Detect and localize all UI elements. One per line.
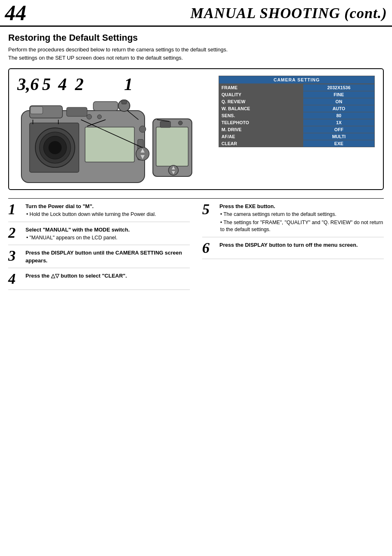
steps-left-column: 1Turn the Power dial to "M".Hold the Loc…: [8, 199, 190, 290]
settings-row-value: OFF: [303, 126, 375, 133]
settings-row-label: AF/AE: [219, 133, 303, 140]
step-title: Press the △▽ button to select "CLEAR".: [25, 272, 190, 280]
settings-row: QUALITYFINE: [219, 91, 375, 98]
diag-label-1: 1: [124, 76, 133, 93]
step-item: 4Press the △▽ button to select "CLEAR".: [8, 268, 190, 290]
settings-row-value: ON: [303, 98, 375, 105]
step-number: 2: [8, 225, 21, 240]
svg-rect-27: [160, 121, 171, 127]
settings-title: CAMERA SETTING: [219, 76, 375, 84]
section-title: Restoring the Default Settings: [8, 32, 384, 43]
step-content: Press the DISPLAY button to turn off the…: [219, 241, 384, 249]
step-number: 6: [202, 241, 215, 255]
camera-diagram-area: 3,6 5 4 2 1: [17, 76, 206, 183]
settings-row: W. BALANCEAUTO: [219, 105, 375, 112]
step-item: 6Press the DISPLAY button to turn off th…: [202, 237, 384, 259]
step-content: Turn the Power dial to "M".Hold the Lock…: [25, 202, 190, 218]
svg-rect-4: [85, 127, 134, 162]
diag-label-36: 3,6: [17, 76, 39, 93]
settings-row: CLEAREXE: [219, 140, 375, 147]
step-title: Press the EXE button.: [219, 203, 384, 210]
step-title: Press the DISPLAY button to turn off the…: [219, 241, 384, 249]
svg-rect-16: [30, 107, 43, 114]
step-content: Press the △▽ button to select "CLEAR".: [25, 271, 190, 280]
page-title: MANUAL SHOOTING (cont.): [190, 5, 387, 22]
svg-point-5: [139, 126, 146, 132]
settings-header-row: CAMERA SETTING: [219, 76, 375, 84]
settings-row-label: W. BALANCE: [219, 105, 303, 112]
intro-line-2: The settings on the SET UP screen does n…: [8, 54, 384, 62]
step-content: Press the EXE button.The camera settings…: [219, 202, 384, 234]
settings-rows: FRAME2032X1536QUALITYFINEQ. REVIEWONW. B…: [219, 84, 375, 147]
settings-row-value: 2032X1536: [303, 84, 375, 91]
step-number: 1: [8, 202, 21, 217]
svg-rect-19: [93, 102, 118, 111]
settings-row-value: AUTO: [303, 105, 375, 112]
intro-line-1: Perform the procedures described below t…: [8, 46, 384, 54]
steps-container: 1Turn the Power dial to "M".Hold the Loc…: [8, 198, 384, 290]
svg-rect-26: [156, 127, 188, 166]
step-content: Press the DISPLAY button until the CAMER…: [25, 248, 190, 264]
step-bullet: The settings for "FRAME", "QUALITY" and …: [219, 219, 384, 234]
step-title: Turn the Power dial to "M".: [25, 203, 190, 210]
step-title: Select "MANUAL" with the MODE switch.: [25, 226, 190, 234]
diag-label-2: 2: [75, 76, 84, 93]
step-title: Press the DISPLAY button until the CAMER…: [25, 249, 190, 264]
settings-row: TELEPHOTO1X: [219, 119, 375, 126]
diag-label-4: 4: [58, 76, 67, 93]
settings-row-label: CLEAR: [219, 140, 303, 147]
step-item: 5Press the EXE button.The camera setting…: [202, 199, 384, 237]
settings-table: CAMERA SETTING: [219, 76, 375, 84]
page-number: 44: [5, 2, 26, 24]
settings-row-value: 80: [303, 112, 375, 119]
settings-row: Q. REVIEWON: [219, 98, 375, 105]
svg-rect-11: [122, 100, 127, 104]
settings-row-label: Q. REVIEW: [219, 98, 303, 105]
settings-row-label: SENS.: [219, 112, 303, 119]
settings-row: AF/AEMULTI: [219, 133, 375, 140]
svg-point-17: [87, 114, 92, 119]
settings-row-value: 1X: [303, 119, 375, 126]
settings-row: M. DRIVEOFF: [219, 126, 375, 133]
settings-row-label: FRAME: [219, 84, 303, 91]
step-bullet: The camera settings return to the defaul…: [219, 211, 384, 218]
step-bullet: Hold the Lock button down while turning …: [25, 211, 190, 218]
steps-right-column: 5Press the EXE button.The camera setting…: [202, 199, 384, 290]
step-item: 3Press the DISPLAY button until the CAME…: [8, 245, 190, 268]
diagram-box: 3,6 5 4 2 1: [8, 68, 384, 190]
main-content: Restoring the Default Settings Perform t…: [0, 27, 392, 298]
page-header: 44 MANUAL SHOOTING (cont.): [0, 0, 392, 27]
diag-label-5: 5: [42, 76, 51, 93]
settings-row-label: QUALITY: [219, 91, 303, 98]
settings-row-value: FINE: [303, 91, 375, 98]
step-number: 4: [8, 271, 21, 286]
step-number: 3: [8, 248, 21, 263]
settings-row-label: TELEPHOTO: [219, 119, 303, 126]
settings-panel: CAMERA SETTING FRAME2032X1536QUALITYFINE…: [219, 76, 375, 147]
step-item: 1Turn the Power dial to "M".Hold the Loc…: [8, 199, 190, 222]
step-item: 2Select "MANUAL" with the MODE switch."M…: [8, 222, 190, 246]
intro-text: Perform the procedures described below t…: [8, 46, 384, 62]
step-bullet: "MANUAL" appears on the LCD panel.: [25, 234, 190, 242]
svg-point-15: [48, 141, 62, 154]
step-content: Select "MANUAL" with the MODE switch."MA…: [25, 225, 190, 242]
svg-point-18: [97, 115, 101, 119]
settings-row-value: MULTI: [303, 133, 375, 140]
svg-rect-2: [67, 107, 87, 116]
settings-row-value: EXE: [303, 140, 375, 147]
settings-row: SENS.80: [219, 112, 375, 119]
settings-row-label: M. DRIVE: [219, 126, 303, 133]
step-number: 5: [202, 202, 215, 217]
settings-row: FRAME2032X1536: [219, 84, 375, 91]
camera-illustration: [17, 98, 198, 189]
svg-point-28: [178, 121, 182, 125]
